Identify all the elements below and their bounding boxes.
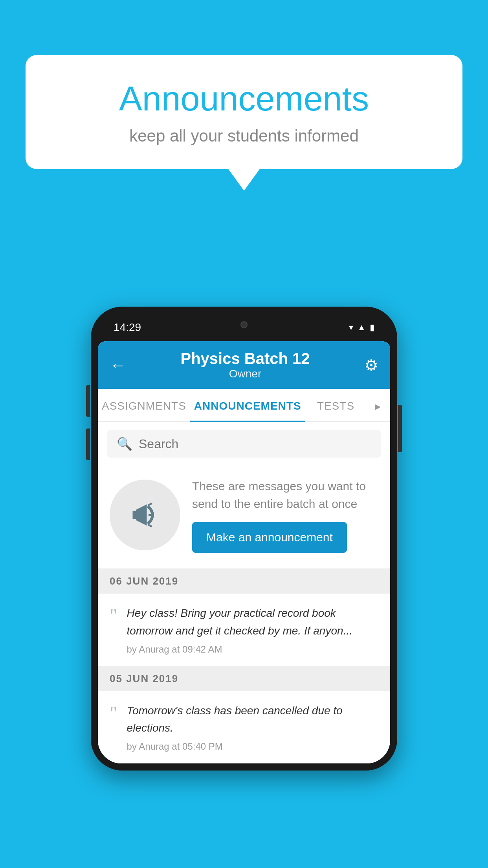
phone-notch (220, 317, 268, 333)
header-subtitle: Owner (126, 368, 364, 380)
speech-bubble-container: Announcements keep all your students inf… (26, 55, 462, 191)
status-icons: ▾ ▲ ▮ (349, 322, 374, 333)
wifi-icon: ▾ (349, 322, 353, 333)
announcement-right: These are messages you want to send to t… (192, 477, 378, 553)
phone-frame: 14:29 ▾ ▲ ▮ ← Physics Batch 12 Owner ⚙ (91, 307, 397, 771)
announcement-item-1[interactable]: " Hey class! Bring your practical record… (98, 594, 390, 666)
power-button[interactable] (398, 405, 402, 452)
search-bar[interactable]: 🔍 (107, 430, 381, 458)
date-separator-2: 05 JUN 2019 (98, 666, 390, 691)
announcement-content-1: Hey class! Bring your practical record b… (127, 605, 378, 655)
header-center: Physics Batch 12 Owner (126, 350, 364, 380)
svg-line-2 (149, 504, 151, 505)
signal-icon: ▲ (357, 322, 366, 333)
search-icon: 🔍 (117, 436, 132, 451)
quote-icon-1: " (110, 606, 117, 625)
status-bar: 14:29 ▾ ▲ ▮ (98, 314, 390, 341)
header-title: Physics Batch 12 (126, 350, 364, 368)
announcement-prompt: These are messages you want to send to t… (98, 465, 390, 569)
announcement-text-2: Tomorrow's class has been cancelled due … (127, 702, 378, 737)
announcement-text-1: Hey class! Bring your practical record b… (127, 605, 378, 640)
svg-rect-1 (133, 511, 137, 519)
quote-icon-2: " (110, 704, 117, 723)
phone-wrapper: 14:29 ▾ ▲ ▮ ← Physics Batch 12 Owner ⚙ (91, 307, 397, 771)
svg-line-4 (149, 525, 151, 526)
tab-assignments[interactable]: ASSIGNMENTS (98, 389, 190, 421)
announcement-meta-1: by Anurag at 09:42 AM (127, 644, 378, 655)
search-input[interactable] (139, 437, 371, 451)
tab-announcements[interactable]: ANNOUNCEMENTS (190, 389, 305, 421)
svg-marker-0 (136, 504, 147, 526)
tab-bar: ASSIGNMENTS ANNOUNCEMENTS TESTS ▸ (98, 389, 390, 422)
speech-bubble-subtitle: keep all your students informed (57, 127, 431, 145)
speech-bubble: Announcements keep all your students inf… (26, 55, 462, 169)
make-announcement-button[interactable]: Make an announcement (192, 522, 347, 553)
settings-button[interactable]: ⚙ (364, 356, 378, 374)
battery-icon: ▮ (370, 322, 374, 333)
megaphone-icon (127, 497, 163, 533)
phone-screen: ← Physics Batch 12 Owner ⚙ ASSIGNMENTS A… (98, 341, 390, 763)
announcement-item-2[interactable]: " Tomorrow's class has been cancelled du… (98, 691, 390, 764)
front-camera (240, 321, 248, 328)
back-button[interactable]: ← (110, 357, 126, 373)
volume-down-button[interactable] (86, 428, 90, 460)
search-container: 🔍 (98, 422, 390, 465)
app-header: ← Physics Batch 12 Owner ⚙ (98, 341, 390, 389)
announcement-meta-2: by Anurag at 05:40 PM (127, 741, 378, 752)
announcement-description: These are messages you want to send to t… (192, 477, 378, 513)
volume-up-button[interactable] (86, 385, 90, 417)
tab-tests[interactable]: TESTS (305, 389, 367, 421)
announcement-icon-circle (110, 480, 180, 550)
speech-bubble-arrow (228, 169, 260, 191)
tab-more[interactable]: ▸ (366, 389, 390, 421)
speech-bubble-title: Announcements (57, 79, 431, 119)
status-time: 14:29 (114, 321, 141, 334)
announcement-content-2: Tomorrow's class has been cancelled due … (127, 702, 378, 752)
date-separator-1: 06 JUN 2019 (98, 569, 390, 594)
